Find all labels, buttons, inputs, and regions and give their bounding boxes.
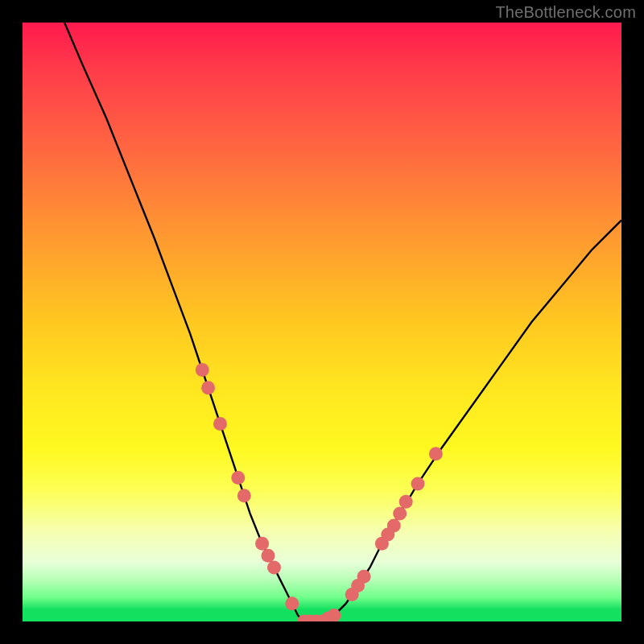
data-marker bbox=[393, 507, 407, 521]
marker-group bbox=[196, 363, 443, 621]
data-marker bbox=[387, 519, 401, 533]
data-marker bbox=[357, 570, 371, 584]
data-marker bbox=[411, 477, 425, 490]
bottleneck-curve-path bbox=[64, 23, 621, 621]
bottleneck-curve-svg bbox=[23, 23, 621, 621]
data-marker bbox=[231, 471, 245, 485]
chart-frame: TheBottleneck.com bbox=[0, 0, 644, 644]
data-marker bbox=[213, 417, 227, 431]
data-marker bbox=[201, 381, 215, 394]
watermark-text: TheBottleneck.com bbox=[495, 3, 636, 22]
data-marker bbox=[285, 597, 299, 610]
data-marker bbox=[255, 537, 269, 551]
data-marker bbox=[196, 363, 209, 377]
plot-area bbox=[23, 23, 621, 621]
data-marker bbox=[262, 549, 275, 563]
data-marker bbox=[267, 561, 281, 575]
data-marker bbox=[237, 489, 251, 502]
data-marker bbox=[429, 447, 443, 460]
data-marker bbox=[399, 495, 413, 509]
